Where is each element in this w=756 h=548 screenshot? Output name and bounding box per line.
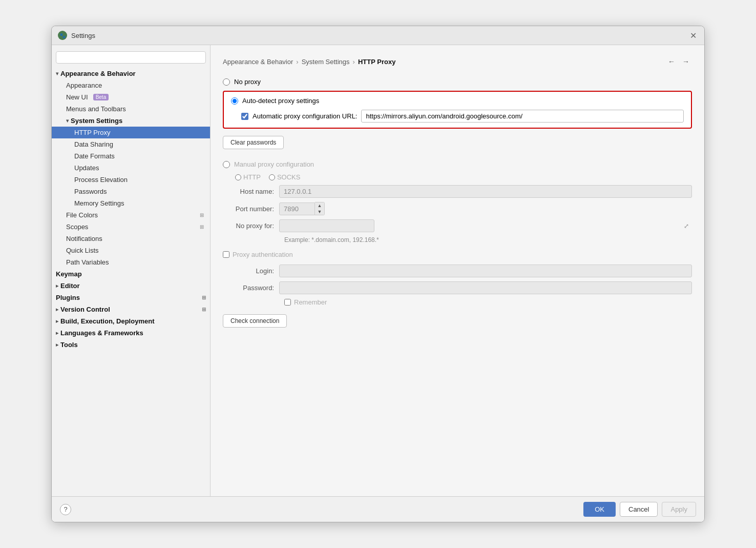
sidebar-item-updates[interactable]: Updates	[52, 162, 210, 174]
clear-passwords-button[interactable]: Clear passwords	[223, 136, 284, 149]
chevron-right-icon: ▸	[56, 318, 58, 324]
footer-right: OK Cancel Apply	[583, 502, 696, 517]
main-content: 🔍 ▾ Appearance & Behavior Appearance New…	[52, 45, 704, 496]
settings-icon: ⊞	[202, 295, 206, 300]
sidebar-item-version-control[interactable]: ▸ Version Control ⊞	[52, 303, 210, 315]
sidebar: 🔍 ▾ Appearance & Behavior Appearance New…	[52, 45, 211, 496]
sidebar-item-file-colors[interactable]: File Colors ⊞	[52, 209, 210, 221]
no-proxy-radio[interactable]	[223, 78, 230, 86]
footer: ? OK Cancel Apply	[52, 496, 704, 522]
content-area: Appearance & Behavior › System Settings …	[211, 45, 704, 496]
port-label: Port number:	[223, 205, 279, 213]
password-label: Password:	[223, 284, 279, 292]
sidebar-item-label: Quick Lists	[66, 247, 99, 254]
sidebar-item-build-execution[interactable]: ▸ Build, Execution, Deployment	[52, 315, 210, 327]
login-input[interactable]	[279, 265, 692, 277]
manual-proxy-label[interactable]: Manual proxy configuration	[234, 160, 314, 168]
close-button[interactable]: ✕	[688, 30, 698, 40]
sidebar-item-new-ui[interactable]: New UI Beta	[52, 91, 210, 103]
sidebar-item-label: Appearance	[66, 82, 102, 89]
sidebar-item-passwords[interactable]: Passwords	[52, 186, 210, 197]
sidebar-item-label: Date Formats	[74, 152, 115, 160]
sidebar-item-menus-toolbars[interactable]: Menus and Toolbars	[52, 103, 210, 115]
proxy-auth-label[interactable]: Proxy authentication	[233, 251, 293, 258]
sidebar-item-editor[interactable]: ▸ Editor	[52, 280, 210, 292]
proxy-auth-row: Proxy authentication	[223, 249, 692, 260]
auto-detect-label[interactable]: Auto-detect proxy settings	[242, 97, 319, 105]
port-decrement-button[interactable]: ▼	[315, 209, 324, 215]
breadcrumb-part1: Appearance & Behavior	[223, 58, 293, 66]
auto-config-url-input[interactable]	[361, 110, 684, 123]
chevron-down-icon: ▾	[66, 118, 69, 124]
search-wrapper: 🔍	[56, 51, 206, 64]
hostname-input[interactable]	[279, 185, 692, 198]
sidebar-item-data-sharing[interactable]: Data Sharing	[52, 138, 210, 150]
ok-button[interactable]: OK	[583, 502, 616, 517]
auth-section: Proxy authentication Login: Password:	[223, 249, 692, 306]
auto-detect-row: Auto-detect proxy settings	[231, 97, 684, 105]
sidebar-item-quick-lists[interactable]: Quick Lists	[52, 245, 210, 256]
search-input[interactable]	[56, 51, 206, 64]
sidebar-item-languages-frameworks[interactable]: ▸ Languages & Frameworks	[52, 327, 210, 339]
sidebar-item-process-elevation[interactable]: Process Elevation	[52, 174, 210, 186]
sidebar-section-label: Editor	[60, 282, 80, 290]
manual-proxy-section: Manual proxy configuration HTTP SOCKS Ho…	[223, 160, 692, 328]
check-connection-button[interactable]: Check connection	[223, 314, 287, 328]
sidebar-item-system-settings[interactable]: ▾ System Settings	[52, 115, 210, 127]
chevron-right-icon: ▸	[56, 342, 58, 348]
socks-protocol-label[interactable]: SOCKS	[269, 173, 301, 181]
titlebar-left: 🐾 Settings	[58, 31, 95, 40]
sidebar-item-label: HTTP Proxy	[74, 129, 111, 136]
http-protocol-label[interactable]: HTTP	[235, 173, 261, 181]
sidebar-item-plugins[interactable]: Plugins ⊞	[52, 292, 210, 303]
sidebar-item-label: Path Variables	[66, 258, 109, 266]
port-input[interactable]	[279, 202, 315, 215]
sidebar-section-label: Keymap	[56, 270, 82, 278]
help-button[interactable]: ?	[60, 504, 71, 515]
sidebar-item-path-variables[interactable]: Path Variables	[52, 256, 210, 268]
sidebar-item-keymap[interactable]: Keymap	[52, 268, 210, 280]
sidebar-item-label: Data Sharing	[74, 140, 113, 148]
hostname-label: Host name:	[223, 188, 279, 195]
sidebar-item-appearance-behavior[interactable]: ▾ Appearance & Behavior	[52, 68, 210, 79]
login-label: Login:	[223, 267, 279, 275]
auto-config-checkbox[interactable]	[241, 113, 248, 120]
port-increment-button[interactable]: ▲	[315, 202, 324, 209]
noproxy-input[interactable]	[279, 219, 374, 232]
chevron-right-icon: ▸	[56, 330, 58, 336]
hostname-row: Host name:	[223, 185, 692, 198]
sidebar-section-label: Build, Execution, Deployment	[60, 317, 154, 325]
sidebar-item-tools[interactable]: ▸ Tools	[52, 339, 210, 351]
apply-button[interactable]: Apply	[662, 502, 696, 517]
http-protocol-radio[interactable]	[235, 174, 241, 180]
sidebar-item-scopes[interactable]: Scopes ⊞	[52, 221, 210, 233]
chevron-down-icon: ▾	[56, 71, 58, 76]
auto-config-label[interactable]: Automatic proxy configuration URL:	[253, 112, 357, 120]
no-proxy-label[interactable]: No proxy	[234, 78, 261, 86]
sidebar-item-notifications[interactable]: Notifications	[52, 233, 210, 245]
proxy-auth-checkbox[interactable]	[223, 251, 229, 258]
remember-label[interactable]: Remember	[294, 298, 327, 306]
port-spinners: ▲ ▼	[315, 202, 325, 215]
manual-proxy-radio[interactable]	[223, 161, 230, 168]
password-input[interactable]	[279, 281, 692, 294]
chevron-right-icon: ▸	[56, 283, 58, 289]
remember-checkbox[interactable]	[284, 299, 291, 306]
sidebar-item-appearance[interactable]: Appearance	[52, 79, 210, 91]
sidebar-item-date-formats[interactable]: Date Formats	[52, 150, 210, 162]
nav-forward-button[interactable]: →	[680, 55, 692, 68]
socks-protocol-radio[interactable]	[269, 174, 275, 180]
login-row: Login:	[223, 265, 692, 277]
settings-window: 🐾 Settings ✕ 🔍 ▾ Appearance & Behavior A…	[51, 26, 705, 522]
sidebar-item-http-proxy[interactable]: HTTP Proxy	[52, 127, 210, 138]
auto-detect-radio[interactable]	[231, 97, 238, 105]
nav-back-button[interactable]: ←	[665, 55, 678, 68]
sidebar-item-label: File Colors	[66, 211, 98, 219]
cancel-button[interactable]: Cancel	[620, 502, 658, 517]
settings-icon: ⊞	[202, 307, 206, 312]
sidebar-section-label: System Settings	[71, 117, 122, 125]
auto-config-row: Automatic proxy configuration URL:	[241, 110, 684, 123]
sidebar-item-memory-settings[interactable]: Memory Settings	[52, 197, 210, 209]
noproxy-row: No proxy for: ⤢	[223, 219, 692, 232]
noproxy-label: No proxy for:	[223, 222, 279, 230]
